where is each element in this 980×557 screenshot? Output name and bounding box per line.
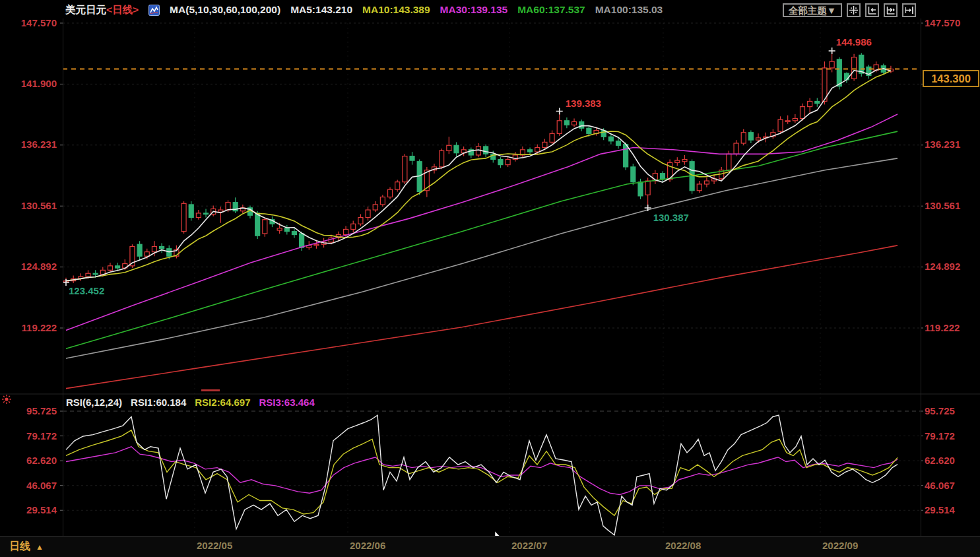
left-axis-divider bbox=[63, 18, 63, 557]
main-legend: 美元日元<日线> MA(5,10,30,60,100,200) MA5:143.… bbox=[65, 3, 663, 17]
candle-body bbox=[697, 184, 702, 191]
chart-type-icon[interactable] bbox=[148, 5, 160, 16]
candle-body bbox=[351, 224, 356, 229]
candle-body bbox=[682, 159, 687, 161]
ma30-value: MA30:139.135 bbox=[440, 4, 508, 16]
x-label-2022-08: 2022/08 bbox=[665, 540, 701, 551]
candle-body bbox=[638, 182, 643, 196]
candle-body bbox=[793, 119, 797, 121]
x-label-2022-09: 2022/09 bbox=[822, 540, 858, 551]
candle-body bbox=[675, 160, 680, 162]
ma200-line bbox=[66, 246, 898, 389]
candle-body bbox=[498, 159, 503, 164]
candle-body bbox=[108, 266, 112, 271]
candle-body bbox=[395, 182, 400, 189]
candle-body bbox=[624, 145, 628, 167]
period-arrow-up-icon: ▲ bbox=[36, 542, 44, 552]
ma5-line bbox=[66, 69, 891, 281]
symbol-title: 美元日元<日线> bbox=[65, 3, 139, 17]
symbol-name: 美元日元 bbox=[65, 4, 106, 15]
scroll-right-icon[interactable] bbox=[884, 3, 898, 17]
candle-body bbox=[550, 133, 554, 142]
price-axis-right-3: 130.561 bbox=[925, 200, 979, 211]
rsi-axis-left-4: 29.514 bbox=[3, 504, 57, 515]
rsi-settings-icon[interactable] bbox=[2, 395, 11, 404]
candle-body bbox=[410, 156, 414, 161]
extreme-marker bbox=[829, 48, 835, 54]
candle-body bbox=[572, 121, 577, 125]
price-axis-left-4: 124.892 bbox=[3, 261, 57, 272]
price-annotation: 144.986 bbox=[836, 36, 872, 48]
candle-body bbox=[152, 246, 156, 251]
rsi1-value: RSI1:60.184 bbox=[131, 397, 186, 408]
candle-body bbox=[380, 197, 385, 205]
candle-body bbox=[263, 220, 267, 234]
x-label-2022-06: 2022/06 bbox=[350, 540, 385, 551]
rsi-axis-left-2: 62.620 bbox=[3, 455, 57, 466]
chart-canvas[interactable]: 123.452139.383130.387144.986 bbox=[0, 0, 980, 557]
candle-body bbox=[785, 121, 790, 122]
candle-body bbox=[181, 203, 186, 231]
candle-body bbox=[778, 119, 783, 131]
rsi-axis-left-3: 46.067 bbox=[3, 480, 57, 491]
current-price-tag: 143.300 bbox=[923, 70, 979, 87]
candle-body bbox=[631, 167, 636, 182]
candle-body bbox=[815, 101, 820, 103]
rsi-axis-right-2: 62.620 bbox=[925, 455, 979, 466]
candle-body bbox=[587, 128, 591, 133]
rsi-pane bbox=[66, 415, 898, 535]
candle-body bbox=[189, 205, 193, 218]
price-axis-left-0: 147.570 bbox=[3, 17, 57, 28]
candle-body bbox=[506, 159, 510, 164]
rsi-tab-marker bbox=[201, 389, 220, 391]
candle-body bbox=[447, 145, 451, 150]
trading-app: 123.452139.383130.387144.986 美元日元<日线> MA… bbox=[0, 0, 980, 557]
candle-body bbox=[93, 273, 98, 275]
candle-body bbox=[528, 150, 533, 152]
price-axis-left-3: 130.561 bbox=[3, 200, 57, 211]
candle-body bbox=[366, 210, 370, 217]
rsi2-line bbox=[66, 430, 898, 515]
period-label: 日线 bbox=[9, 540, 30, 554]
candle-body bbox=[226, 203, 230, 210]
price-axis-left-1: 141.900 bbox=[3, 78, 57, 89]
candle-body bbox=[557, 121, 562, 134]
price-axis-right-5: 119.222 bbox=[925, 322, 979, 333]
candle-body bbox=[660, 174, 665, 179]
x-label-2022-07: 2022/07 bbox=[511, 540, 547, 551]
candle-body bbox=[196, 213, 201, 218]
candle-body bbox=[388, 189, 393, 197]
ma10-value: MA10:143.389 bbox=[362, 4, 430, 16]
ma100-value: MA100:135.03 bbox=[595, 4, 663, 16]
rsi-params-label: RSI(6,12,24) bbox=[66, 397, 122, 408]
candle-body bbox=[145, 252, 149, 257]
jump-to-latest-icon[interactable] bbox=[902, 3, 916, 17]
period-selector[interactable]: 日线 ▲ bbox=[9, 540, 44, 554]
ma-params-label: MA(5,10,30,60,100,200) bbox=[170, 4, 280, 16]
rsi-axis-right-3: 46.067 bbox=[925, 480, 979, 491]
candle-body bbox=[484, 147, 488, 154]
price-axis-right-4: 124.892 bbox=[925, 261, 979, 272]
rsi-axis-right-0: 95.725 bbox=[925, 405, 979, 416]
symbol-period-tag: <日线> bbox=[106, 4, 139, 15]
scroll-left-icon[interactable] bbox=[865, 3, 879, 17]
candle-body bbox=[535, 148, 540, 152]
candle-body bbox=[160, 246, 164, 248]
candle-body bbox=[314, 244, 319, 246]
price-annotation: 130.387 bbox=[653, 212, 689, 223]
theme-select-button[interactable]: 全部主题▼ bbox=[783, 3, 842, 17]
price-axis-right-0: 147.570 bbox=[925, 17, 979, 28]
rsi2-value: RSI2:64.697 bbox=[195, 397, 250, 408]
x-label-2022-05: 2022/05 bbox=[197, 540, 232, 551]
rsi-axis-left-1: 79.172 bbox=[3, 430, 57, 442]
right-axis-divider bbox=[921, 18, 921, 536]
candle-body bbox=[852, 57, 857, 79]
ma30-line bbox=[66, 114, 898, 331]
candle-body bbox=[284, 228, 289, 232]
price-axis-left-5: 119.222 bbox=[3, 322, 57, 333]
pan-crosshair-icon[interactable] bbox=[847, 3, 861, 17]
candle-body bbox=[277, 228, 282, 230]
candle-body bbox=[403, 156, 407, 182]
candle-body bbox=[373, 205, 377, 210]
candle-body bbox=[86, 273, 90, 277]
